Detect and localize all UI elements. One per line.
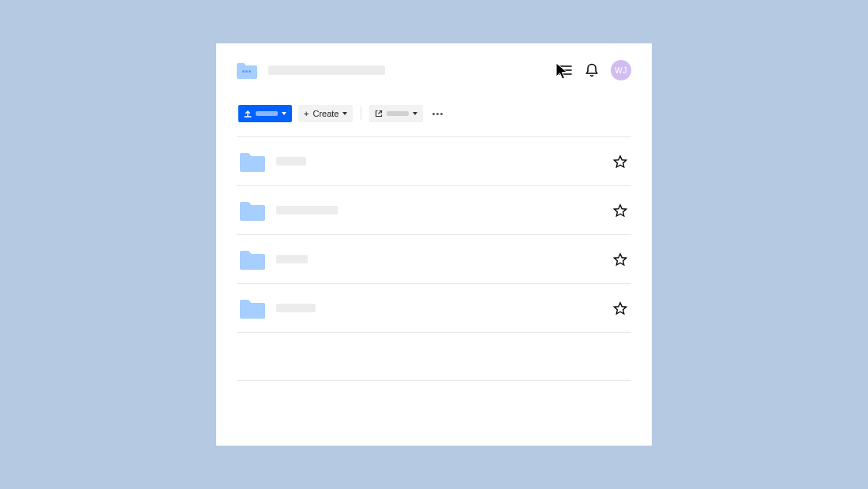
folder-icon [240, 200, 265, 221]
svg-marker-5 [615, 253, 627, 264]
create-label: Create [312, 109, 339, 118]
folder-row[interactable] [237, 185, 631, 234]
plus-icon: + [304, 109, 309, 118]
team-folder-icon [237, 62, 257, 79]
svg-marker-4 [615, 204, 627, 215]
avatar[interactable]: WJ [611, 60, 631, 80]
more-options-button[interactable] [429, 113, 446, 115]
page-title-placeholder [268, 65, 385, 75]
star-button[interactable] [612, 203, 628, 218]
folder-icon [240, 249, 265, 270]
star-icon [613, 301, 627, 315]
folder-name-placeholder [276, 304, 316, 312]
list-view-icon[interactable] [557, 62, 573, 78]
star-button[interactable] [612, 252, 628, 267]
folder-name-placeholder [276, 255, 308, 263]
create-button[interactable]: + Create [298, 105, 353, 122]
header: WJ [237, 59, 631, 81]
folder-row[interactable] [237, 283, 631, 332]
folder-icon [240, 151, 265, 172]
file-list [237, 136, 631, 381]
star-button[interactable] [612, 154, 628, 170]
svg-marker-6 [615, 302, 627, 313]
header-actions: WJ [557, 60, 631, 80]
empty-row [237, 332, 631, 381]
chevron-down-icon [342, 112, 347, 115]
share-button[interactable] [369, 105, 423, 122]
toolbar: + Create [237, 105, 631, 122]
app-window: WJ + Create [216, 43, 652, 446]
folder-row[interactable] [237, 234, 631, 283]
star-icon [613, 252, 627, 267]
star-icon [613, 155, 627, 169]
toolbar-separator [361, 107, 361, 120]
notifications-icon[interactable] [584, 62, 600, 78]
chevron-down-icon [413, 112, 417, 115]
chevron-down-icon [282, 112, 286, 115]
upload-label-placeholder [256, 111, 278, 116]
open-external-icon [375, 110, 383, 118]
folder-name-placeholder [276, 206, 338, 215]
upload-icon [244, 110, 252, 118]
folder-icon [240, 298, 265, 319]
svg-marker-3 [615, 155, 627, 166]
upload-button[interactable] [238, 105, 292, 122]
star-button[interactable] [612, 300, 628, 316]
share-label-placeholder [387, 111, 409, 116]
folder-row[interactable] [237, 136, 631, 185]
folder-name-placeholder [276, 157, 306, 166]
breadcrumb [237, 62, 385, 79]
star-icon [613, 203, 627, 218]
